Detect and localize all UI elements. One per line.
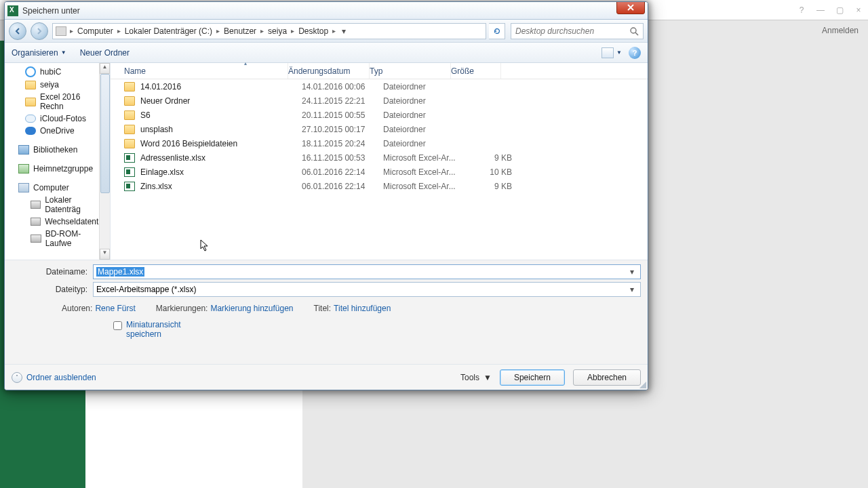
folder-icon <box>25 81 36 89</box>
file-row[interactable]: 14.01.201614.01.2016 00:06Dateiordner <box>111 79 648 94</box>
save-button[interactable]: Speichern <box>500 369 565 386</box>
excel-icon <box>124 153 135 163</box>
computer-icon <box>56 26 66 36</box>
breadcrumb-seg[interactable]: Desktop <box>296 26 330 36</box>
file-row[interactable]: S620.11.2015 00:55Dateiordner <box>111 108 648 122</box>
view-icon <box>601 47 614 58</box>
resize-grip-icon[interactable] <box>638 380 646 388</box>
address-bar[interactable]: ▸ Computer ▸ Lokaler Datenträger (C:) ▸ … <box>52 23 486 39</box>
scroll-down-icon[interactable]: ▼ <box>100 249 110 260</box>
tree-item[interactable]: BD-ROM-Laufwe <box>5 228 110 249</box>
breadcrumb-sep: ▸ <box>68 27 75 35</box>
tree-item-label: Lokaler Datenträg <box>45 195 106 214</box>
thumbnail-checkbox[interactable] <box>113 321 122 330</box>
onedrive-icon <box>25 127 36 135</box>
tree-item-label: Computer <box>33 183 69 192</box>
col-date[interactable]: Änderungsdatum <box>288 63 370 79</box>
chevron-down-icon: ▼ <box>61 49 66 56</box>
meta-row: Autoren:Rene Fürst Markierungen:Markieru… <box>12 300 641 316</box>
address-dropdown[interactable]: ▾ <box>338 26 350 36</box>
folder-tree[interactable]: hubiCseiyaExcel 2016 RechniCloud-FotosOn… <box>5 63 111 260</box>
cancel-button[interactable]: Abbrechen <box>573 369 641 386</box>
tree-item[interactable]: Lokaler Datenträg <box>5 194 110 216</box>
breadcrumb-seg[interactable]: Benutzer <box>222 26 258 36</box>
col-size[interactable]: Größe <box>451 63 501 79</box>
authors-value[interactable]: Rene Fürst <box>95 304 135 313</box>
tree-item[interactable]: hubiC <box>5 65 110 79</box>
file-name: unsplash <box>140 125 302 134</box>
net-icon <box>18 164 29 174</box>
file-list[interactable]: Name▴ Änderungsdatum Typ Größe 14.01.201… <box>111 63 648 260</box>
tree-item[interactable]: Computer <box>5 182 110 194</box>
title-label: Titel: <box>314 304 332 313</box>
refresh-button[interactable] <box>489 23 505 39</box>
col-type[interactable]: Typ <box>370 63 451 79</box>
tree-item[interactable]: OneDrive <box>5 125 110 137</box>
file-row[interactable]: Einlage.xlsx06.01.2016 22:14Microsoft Ex… <box>111 165 648 179</box>
chevron-down-icon: ▼ <box>616 49 622 56</box>
lib-icon <box>18 145 29 155</box>
file-type: Dateiordner <box>383 139 465 148</box>
sign-in-link[interactable]: Anmelden <box>822 26 859 35</box>
tools-menu[interactable]: Tools ▼ <box>460 373 492 382</box>
new-folder-button[interactable]: Neuer Ordner <box>80 48 130 58</box>
file-date: 06.01.2016 22:14 <box>302 182 383 191</box>
file-row[interactable]: Word 2016 Beispieldateien18.11.2015 20:2… <box>111 136 648 150</box>
excel-icon <box>124 182 135 191</box>
file-size: 9 KB <box>465 182 512 191</box>
organize-menu[interactable]: Organisieren ▼ <box>12 48 66 58</box>
bg-help-icon[interactable]: ? <box>796 5 807 16</box>
hide-folders-link[interactable]: ˄ Ordner ausblenden <box>12 372 96 383</box>
help-button[interactable]: ? <box>629 47 641 59</box>
file-type: Dateiordner <box>383 110 465 120</box>
file-row[interactable]: Zins.xlsx06.01.2016 22:14Microsoft Excel… <box>111 179 648 193</box>
scroll-thumb[interactable] <box>100 74 110 193</box>
save-as-dialog: Speichern unter ▸ Computer ▸ Lokaler Dat… <box>4 1 648 390</box>
search-icon <box>629 26 639 36</box>
filetype-select[interactable]: Excel-Arbeitsmappe (*.xlsx) ▾ <box>93 282 641 297</box>
tree-scrollbar[interactable]: ▲ ▼ <box>99 63 110 260</box>
file-date: 18.11.2015 20:24 <box>302 139 383 148</box>
authors-label: Autoren: <box>62 304 92 313</box>
file-date: 27.10.2015 00:17 <box>302 125 383 134</box>
tags-value[interactable]: Markierung hinzufügen <box>210 304 293 313</box>
filename-input[interactable]: Mappe1.xlsx ▾ <box>93 264 641 279</box>
file-date: 16.11.2015 00:53 <box>302 153 383 163</box>
chevron-down-icon[interactable]: ▾ <box>627 285 637 294</box>
tree-item[interactable]: Bibliotheken <box>5 144 110 156</box>
file-type: Microsoft Excel-Ar... <box>383 167 465 177</box>
file-size: 10 KB <box>465 167 512 177</box>
breadcrumb-seg[interactable]: Computer <box>75 26 115 36</box>
file-type: Microsoft Excel-Ar... <box>383 182 465 191</box>
tree-item[interactable]: iCloud-Fotos <box>5 113 110 125</box>
tree-item[interactable]: Heimnetzgruppe <box>5 163 110 175</box>
title-value[interactable]: Titel hinzufügen <box>334 304 391 313</box>
list-header[interactable]: Name▴ Änderungsdatum Typ Größe <box>111 63 648 79</box>
nav-forward-button[interactable] <box>31 22 48 40</box>
tree-item[interactable]: Excel 2016 Rechn <box>5 91 110 113</box>
bg-close-icon[interactable]: × <box>853 5 864 16</box>
tree-item[interactable]: Wechseldatenträ <box>5 216 110 228</box>
nav-back-button[interactable] <box>9 22 26 40</box>
bg-maximize-icon[interactable]: ▢ <box>834 5 845 16</box>
folder-icon <box>124 96 135 106</box>
folder-icon <box>124 82 135 92</box>
bg-minimize-icon[interactable]: — <box>815 5 826 16</box>
breadcrumb-sep: ▸ <box>289 27 296 35</box>
close-button[interactable] <box>616 1 645 14</box>
view-mode-button[interactable]: ▼ <box>601 47 622 58</box>
file-name: Word 2016 Beispieldateien <box>140 139 302 148</box>
chevron-down-icon[interactable]: ▾ <box>627 267 637 277</box>
dialog-titlebar[interactable]: Speichern unter <box>5 2 648 20</box>
drive-icon <box>31 218 41 226</box>
search-box[interactable] <box>511 23 644 39</box>
file-row[interactable]: Neuer Ordner24.11.2015 22:21Dateiordner <box>111 94 648 108</box>
tree-item[interactable]: seiya <box>5 79 110 91</box>
file-row[interactable]: Adressenliste.xlsx16.11.2015 00:53Micros… <box>111 150 648 165</box>
breadcrumb-seg[interactable]: seiya <box>266 26 289 36</box>
col-name[interactable]: Name▴ <box>111 63 288 79</box>
breadcrumb-seg[interactable]: Lokaler Datenträger (C:) <box>123 26 214 36</box>
file-row[interactable]: unsplash27.10.2015 00:17Dateiordner <box>111 122 648 136</box>
scroll-up-icon[interactable]: ▲ <box>100 63 110 74</box>
search-input[interactable] <box>515 26 629 36</box>
